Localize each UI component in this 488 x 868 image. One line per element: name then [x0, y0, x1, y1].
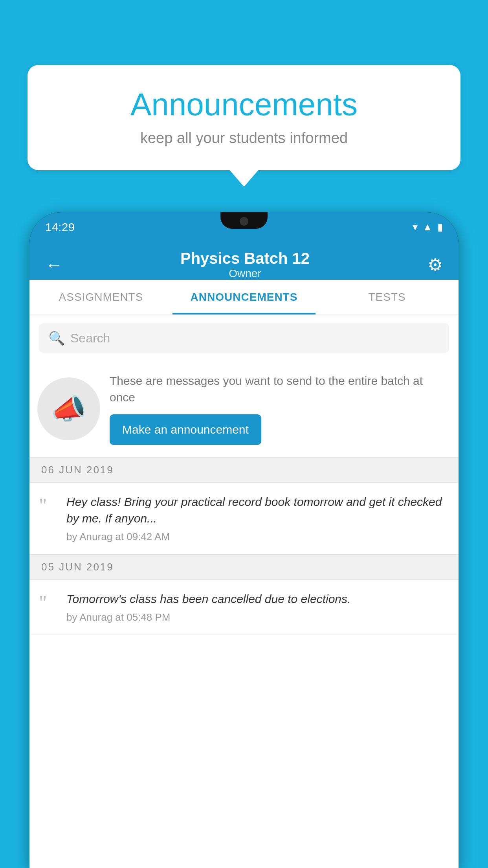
announcement-content-2: Tomorrow's class has been cancelled due … [66, 591, 449, 623]
batch-role: Owner [62, 267, 427, 280]
announcement-item-2[interactable]: " Tomorrow's class has been cancelled du… [29, 580, 459, 635]
bubble-title: Announcements [51, 86, 437, 123]
phone-content: 🔍 Search 📣 These are messages you want t… [29, 315, 459, 868]
promo-text: These are messages you want to send to t… [110, 373, 447, 406]
announcement-item-1[interactable]: " Hey class! Bring your practical record… [29, 483, 459, 554]
announcement-meta-1: by Anurag at 09:42 AM [66, 531, 449, 543]
quote-icon-2: " [39, 592, 59, 612]
settings-icon[interactable]: ⚙ [427, 255, 443, 275]
camera-dot [240, 217, 248, 226]
search-icon: 🔍 [48, 330, 65, 346]
announcement-text-2: Tomorrow's class has been cancelled due … [66, 591, 449, 607]
app-header: ← Physics Batch 12 Owner ⚙ [29, 242, 459, 280]
battery-icon: ▮ [437, 221, 443, 233]
status-time: 14:29 [45, 221, 75, 234]
search-bar: 🔍 Search [29, 315, 459, 361]
phone-frame: 14:29 ▾ ▲ ▮ ← Physics Batch 12 Owner ⚙ A… [29, 212, 459, 868]
megaphone-icon: 📣 [51, 392, 86, 426]
search-placeholder: Search [70, 331, 110, 346]
tab-assignments[interactable]: ASSIGNMENTS [29, 280, 172, 314]
speech-bubble: Announcements keep all your students inf… [28, 65, 460, 170]
notch [220, 212, 268, 229]
date-separator-2: 05 JUN 2019 [29, 554, 459, 580]
date-separator-1: 06 JUN 2019 [29, 457, 459, 483]
quote-icon-1: " [39, 495, 59, 515]
promo-right: These are messages you want to send to t… [110, 373, 447, 445]
tab-announcements[interactable]: ANNOUNCEMENTS [172, 280, 316, 314]
make-announcement-button[interactable]: Make an announcement [110, 414, 261, 445]
promo-icon-circle: 📣 [37, 377, 100, 440]
status-icons: ▾ ▲ ▮ [413, 221, 443, 233]
tab-tests[interactable]: TESTS [316, 280, 459, 314]
search-input-wrap[interactable]: 🔍 Search [39, 323, 449, 353]
signal-icon: ▲ [422, 221, 433, 233]
tabs-bar: ASSIGNMENTS ANNOUNCEMENTS TESTS [29, 280, 459, 315]
status-bar: 14:29 ▾ ▲ ▮ [29, 212, 459, 242]
header-title-area: Physics Batch 12 Owner [62, 250, 427, 280]
promo-block: 📣 These are messages you want to send to… [29, 361, 459, 457]
batch-title: Physics Batch 12 [62, 250, 427, 267]
wifi-icon: ▾ [413, 221, 418, 233]
announcement-text-1: Hey class! Bring your practical record b… [66, 494, 449, 527]
back-button[interactable]: ← [45, 255, 62, 275]
announcement-meta-2: by Anurag at 05:48 PM [66, 611, 449, 623]
announcement-content-1: Hey class! Bring your practical record b… [66, 494, 449, 543]
bubble-subtitle: keep all your students informed [51, 130, 437, 147]
